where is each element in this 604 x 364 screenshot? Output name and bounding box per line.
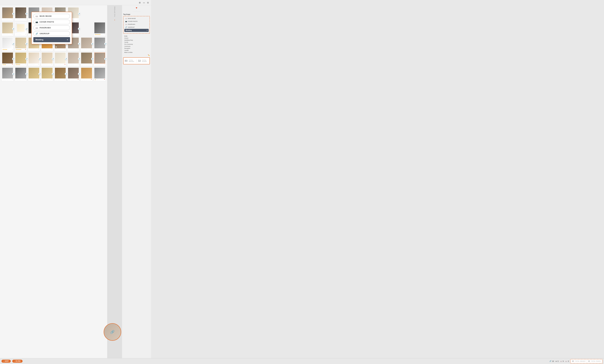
heart-icon[interactable]: ♥	[12, 34, 13, 35]
heart-icon[interactable]: ♥	[51, 64, 52, 65]
heart-icon[interactable]: ♥	[65, 49, 65, 50]
link-icon[interactable]: 🔗	[25, 42, 28, 45]
heart-icon[interactable]: ♥	[78, 34, 78, 35]
heart-icon[interactable]: ♥	[25, 64, 26, 65]
heart-icon[interactable]: ♥	[12, 79, 13, 80]
spread-view-icon[interactable]: ⊟	[146, 1, 150, 4]
photo-cell[interactable]: ☆☆☆☆☆ ♥ 🔗	[54, 52, 66, 66]
main-image-btn[interactable]: 📖 MAIN IMAGE	[33, 14, 70, 18]
photo-cell[interactable]: ☆☆☆☆☆ ♥ 🔗	[14, 7, 27, 21]
sub-item-ceremony[interactable]: Ceremony	[124, 45, 149, 47]
link-icon[interactable]: 🔗	[12, 27, 15, 30]
heart-icon[interactable]: ♥	[78, 18, 78, 20]
photo-cell[interactable]: ★★★★☆ ♥ 🔗	[14, 52, 27, 66]
photo-cell[interactable]: ☆☆☆☆☆ ♥ 🔗	[41, 67, 53, 81]
link-icon[interactable]: 🔗	[25, 13, 28, 15]
heart-icon[interactable]: ♥	[91, 64, 92, 65]
right-wedding-bar[interactable]: Wedding >	[124, 29, 149, 32]
photo-cell[interactable]: ☆☆☆☆☆ ♥ 🔗	[41, 52, 53, 66]
link-icon[interactable]: 🔗	[65, 73, 67, 75]
heart-icon[interactable]: ♥	[12, 18, 13, 20]
link-icon[interactable]: 🔗	[38, 58, 41, 60]
photo-cell[interactable]: ★★★☆☆ ♥ 🔗	[1, 52, 14, 66]
sub-item-groom[interactable]: Groom	[124, 37, 149, 39]
panorama-btn[interactable]: 📖 PANORAMA	[33, 25, 70, 30]
photo-cell[interactable]: ☆☆☆☆☆ ♥ 🔗	[94, 52, 106, 66]
heart-icon[interactable]: ♥	[12, 49, 13, 50]
link-icon[interactable]: 🔗	[12, 42, 15, 45]
heart-icon[interactable]: ♥	[65, 79, 65, 80]
heart-icon[interactable]: ♥	[104, 64, 105, 65]
photo-cell[interactable]: ☆☆☆☆☆ ♥ 🔗	[28, 67, 40, 81]
photo-cell[interactable]: ☆☆☆☆☆ ♥ 🔗	[80, 52, 93, 66]
heart-icon[interactable]: ♥	[78, 64, 78, 65]
sub-item-bride[interactable]: Bride	[124, 35, 149, 37]
sidebar-expand-icon[interactable]: ›	[114, 18, 115, 21]
heart-icon[interactable]: ♥	[12, 64, 13, 65]
sub-item-candid[interactable]: Candid	[124, 49, 149, 51]
right-main-image-btn[interactable]: 📖 MAIN IMAGE	[124, 17, 149, 20]
link-icon[interactable]: 🔗	[78, 27, 80, 30]
heart-icon[interactable]: ♥	[104, 34, 105, 35]
photo-cell[interactable]: ☆☆☆☆☆ ♥ 🔗	[80, 37, 93, 51]
link-icon[interactable]: 🔗	[78, 58, 80, 60]
photo-cell[interactable]: ☆☆☆☆☆ ♥ 🔗	[1, 67, 14, 81]
right-cover-photo-btn[interactable]: 📷 COVER PHOTO	[124, 20, 149, 23]
link-icon[interactable]: 🔗	[38, 73, 41, 75]
right-panel-heart-icon[interactable]: ♥	[123, 6, 150, 10]
photo-cell[interactable]: ☆☆☆☆☆ ♥ 🔗	[28, 52, 40, 66]
heart-icon[interactable]: ♥	[91, 79, 92, 80]
link-icon[interactable]: 🔗	[52, 58, 54, 60]
link-icon[interactable]: 🔗	[12, 13, 15, 15]
link-icon[interactable]: 🔗	[104, 58, 107, 60]
ungroup-btn[interactable]: 🔗 UNGROUP	[33, 31, 70, 36]
photo-cell[interactable]: ☆☆☆☆☆ ♥ 🔗	[1, 7, 14, 21]
photo-cell[interactable]: ★★★★☆ ♥ 🔗	[1, 37, 14, 51]
link-icon[interactable]: 🔗	[104, 42, 107, 45]
heart-icon[interactable]: ♥	[78, 79, 78, 80]
heart-icon[interactable]: ♥	[78, 49, 78, 50]
link-icon[interactable]: 🔗	[25, 73, 28, 75]
sub-item-black-white[interactable]: Black & White	[124, 51, 149, 53]
link-icon[interactable]: 🔗	[78, 42, 80, 45]
sub-item-reception[interactable]: Reception	[124, 47, 149, 49]
heart-icon[interactable]: ♥	[104, 49, 105, 50]
heart-icon[interactable]: ♥	[25, 18, 26, 20]
photo-cell[interactable]: ☆☆☆☆☆ ♥ 🔗	[1, 22, 14, 36]
heart-icon[interactable]: ♥	[38, 49, 39, 50]
heart-icon[interactable]: ♥	[38, 79, 39, 80]
heart-icon[interactable]: ♥	[91, 49, 92, 50]
right-ungroup-btn[interactable]: 🔗 UNGROUP	[124, 26, 149, 28]
heart-icon[interactable]: ♥	[65, 64, 65, 65]
wedding-bar[interactable]: Wedding >	[33, 37, 70, 42]
link-icon[interactable]: 🔗	[91, 42, 94, 45]
photo-cell[interactable]: ☆☆☆☆☆ ♥	[80, 67, 93, 81]
edit-icon[interactable]: ✏️	[123, 54, 150, 56]
cover-photo-btn[interactable]: 📷 COVER PHOTO	[33, 20, 70, 24]
link-icon[interactable]: 🔗	[25, 27, 28, 30]
heart-icon[interactable]: ♥	[51, 49, 52, 50]
photo-cell[interactable]: ☆☆☆☆☆ ♥ 🔗	[94, 37, 106, 51]
heart-icon[interactable]: ♥	[38, 64, 39, 65]
link-icon[interactable]: 🔗	[65, 58, 67, 60]
single-view-icon[interactable]: ▭	[142, 1, 145, 4]
heart-icon[interactable]: ♥	[25, 79, 26, 80]
heart-icon[interactable]: ♥	[25, 34, 26, 35]
heart-icon[interactable]: ♥	[104, 79, 105, 80]
photo-cell[interactable]: ☆☆☆☆☆ ♥ 🔗	[67, 67, 79, 81]
link-icon[interactable]: 🔗	[25, 58, 28, 60]
sub-item-family[interactable]: Family	[124, 41, 149, 43]
link-icon[interactable]: 🔗	[78, 13, 80, 15]
photo-cell[interactable]: ☆☆☆☆☆ ♥ 🔗	[14, 22, 27, 36]
link-icon[interactable]: 🔗	[91, 58, 94, 60]
link-icon[interactable]: 🔗	[52, 73, 54, 75]
photo-cell[interactable]: ☆☆☆☆☆ ♥ 🔗	[14, 67, 27, 81]
heart-icon[interactable]: ♥	[25, 49, 26, 50]
photo-cell[interactable]: ★☆☆☆☆ ♥	[94, 67, 106, 81]
photo-cell[interactable]: ☆☆☆☆☆ ♥ 🔗	[67, 52, 79, 66]
photo-cell[interactable]: ☆☆☆☆☆ ♥ 🔗	[54, 67, 66, 81]
sub-item-pre-ceremony[interactable]: Pre-Ceremony	[124, 43, 149, 45]
link-icon[interactable]: 🔗	[12, 73, 15, 75]
heart-icon[interactable]: ♥	[51, 79, 52, 80]
grid-view-icon[interactable]: ⊞	[138, 1, 141, 4]
